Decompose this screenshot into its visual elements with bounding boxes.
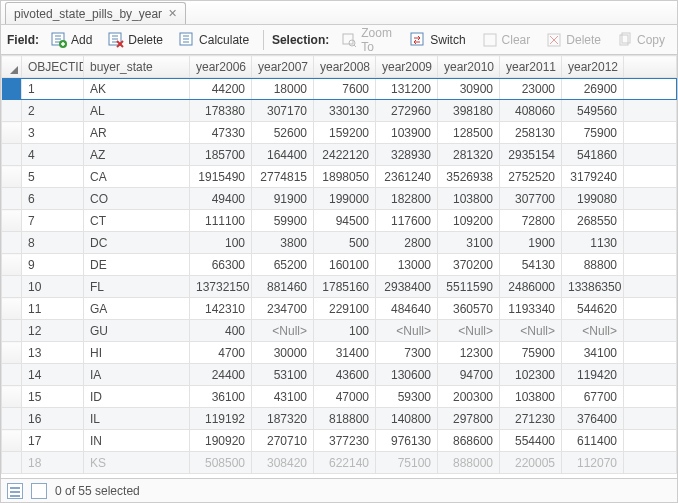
row-y12[interactable]: 34100 — [562, 342, 624, 364]
row-y10[interactable]: 297800 — [438, 408, 500, 430]
row-y08[interactable]: 330130 — [314, 100, 376, 122]
row-y06[interactable]: 508500 — [190, 452, 252, 474]
table-row[interactable]: 6CO4940091900199000182800103800307700199… — [2, 188, 677, 210]
row-objectid[interactable]: 7 — [22, 210, 84, 232]
row-y09[interactable]: 59300 — [376, 386, 438, 408]
row-y08[interactable]: 377230 — [314, 430, 376, 452]
row-y07[interactable]: 65200 — [252, 254, 314, 276]
row-objectid[interactable]: 17 — [22, 430, 84, 452]
row-y11[interactable]: 54130 — [500, 254, 562, 276]
row-state[interactable]: KS — [84, 452, 190, 474]
row-y10[interactable]: <Null> — [438, 320, 500, 342]
row-objectid[interactable]: 8 — [22, 232, 84, 254]
row-y07[interactable]: <Null> — [252, 320, 314, 342]
table-row[interactable]: 5CA1915490277481518980502361240352693827… — [2, 166, 677, 188]
row-y07[interactable]: 30000 — [252, 342, 314, 364]
row-y07[interactable]: 52600 — [252, 122, 314, 144]
row-y12[interactable]: 1130 — [562, 232, 624, 254]
table-row[interactable]: 2AL1783803071703301302729603981804080605… — [2, 100, 677, 122]
row-y08[interactable]: 622140 — [314, 452, 376, 474]
row-y12[interactable]: 541860 — [562, 144, 624, 166]
row-state[interactable]: CO — [84, 188, 190, 210]
row-y06[interactable]: 190920 — [190, 430, 252, 452]
row-y06[interactable]: 36100 — [190, 386, 252, 408]
row-y07[interactable]: 43100 — [252, 386, 314, 408]
row-y09[interactable]: 2938400 — [376, 276, 438, 298]
row-state[interactable]: HI — [84, 342, 190, 364]
row-y11[interactable]: 72800 — [500, 210, 562, 232]
row-y07[interactable]: 3800 — [252, 232, 314, 254]
grid-scroll[interactable]: OBJECTID buyer_state year2006 year2007 y… — [1, 55, 677, 478]
row-y09[interactable]: 2800 — [376, 232, 438, 254]
row-y06[interactable]: 44200 — [190, 78, 252, 100]
row-y11[interactable]: 408060 — [500, 100, 562, 122]
row-state[interactable]: AL — [84, 100, 190, 122]
row-y07[interactable]: 270710 — [252, 430, 314, 452]
row-y09[interactable]: 75100 — [376, 452, 438, 474]
row-y11[interactable]: 220005 — [500, 452, 562, 474]
row-header[interactable] — [2, 408, 22, 430]
row-y06[interactable]: 178380 — [190, 100, 252, 122]
row-y12[interactable]: 549560 — [562, 100, 624, 122]
row-y06[interactable]: 47330 — [190, 122, 252, 144]
row-y12[interactable]: 611400 — [562, 430, 624, 452]
row-y12[interactable]: 268550 — [562, 210, 624, 232]
row-y09[interactable]: 2361240 — [376, 166, 438, 188]
row-y09[interactable]: 272960 — [376, 100, 438, 122]
row-y10[interactable]: 109200 — [438, 210, 500, 232]
row-y11[interactable]: 258130 — [500, 122, 562, 144]
row-y12[interactable]: 199080 — [562, 188, 624, 210]
row-y12[interactable]: <Null> — [562, 320, 624, 342]
row-y08[interactable]: 2422120 — [314, 144, 376, 166]
table-row[interactable]: 18KS508500308420622140751008880002200051… — [2, 452, 677, 474]
select-all-corner[interactable] — [2, 56, 22, 78]
row-header[interactable] — [2, 78, 22, 100]
col-year2011[interactable]: year2011 — [500, 56, 562, 78]
row-objectid[interactable]: 15 — [22, 386, 84, 408]
row-y07[interactable]: 881460 — [252, 276, 314, 298]
row-objectid[interactable]: 18 — [22, 452, 84, 474]
row-state[interactable]: DE — [84, 254, 190, 276]
row-y10[interactable]: 3100 — [438, 232, 500, 254]
row-y10[interactable]: 868600 — [438, 430, 500, 452]
row-y09[interactable]: 328930 — [376, 144, 438, 166]
row-y10[interactable]: 12300 — [438, 342, 500, 364]
row-y08[interactable]: 7600 — [314, 78, 376, 100]
row-objectid[interactable]: 2 — [22, 100, 84, 122]
row-y08[interactable]: 160100 — [314, 254, 376, 276]
row-y06[interactable]: 185700 — [190, 144, 252, 166]
col-buyer-state[interactable]: buyer_state — [84, 56, 190, 78]
close-icon[interactable]: ✕ — [168, 7, 177, 20]
row-y12[interactable]: 112070 — [562, 452, 624, 474]
row-header[interactable] — [2, 166, 22, 188]
row-state[interactable]: AZ — [84, 144, 190, 166]
row-y06[interactable]: 400 — [190, 320, 252, 342]
col-objectid[interactable]: OBJECTID — [22, 56, 84, 78]
row-y07[interactable]: 2774815 — [252, 166, 314, 188]
row-y09[interactable]: 130600 — [376, 364, 438, 386]
row-y12[interactable]: 67700 — [562, 386, 624, 408]
row-y12[interactable]: 88800 — [562, 254, 624, 276]
row-y06[interactable]: 119192 — [190, 408, 252, 430]
row-state[interactable]: GU — [84, 320, 190, 342]
row-state[interactable]: GA — [84, 298, 190, 320]
row-objectid[interactable]: 9 — [22, 254, 84, 276]
row-y11[interactable]: 103800 — [500, 386, 562, 408]
row-y10[interactable]: 370200 — [438, 254, 500, 276]
col-year2006[interactable]: year2006 — [190, 56, 252, 78]
table-row[interactable]: 16IL119192187320818800140800297800271230… — [2, 408, 677, 430]
row-y09[interactable]: 131200 — [376, 78, 438, 100]
row-y09[interactable]: 117600 — [376, 210, 438, 232]
col-year2007[interactable]: year2007 — [252, 56, 314, 78]
row-y11[interactable]: 1900 — [500, 232, 562, 254]
row-y06[interactable]: 142310 — [190, 298, 252, 320]
show-selected-records-icon[interactable] — [31, 483, 47, 499]
row-state[interactable]: ID — [84, 386, 190, 408]
row-objectid[interactable]: 14 — [22, 364, 84, 386]
delete-field-button[interactable]: Delete — [102, 30, 169, 50]
row-objectid[interactable]: 13 — [22, 342, 84, 364]
row-header[interactable] — [2, 298, 22, 320]
row-y07[interactable]: 53100 — [252, 364, 314, 386]
row-y10[interactable]: 200300 — [438, 386, 500, 408]
table-row[interactable]: 8DC10038005002800310019001130 — [2, 232, 677, 254]
